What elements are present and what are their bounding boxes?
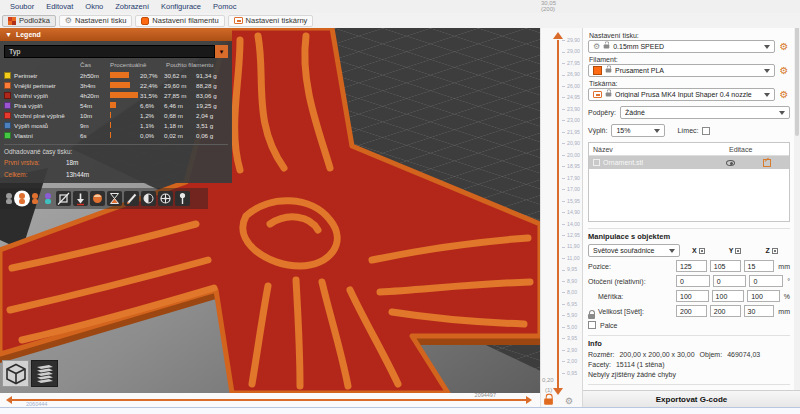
rotation-z-input[interactable]: 0 bbox=[749, 275, 783, 287]
scale-x-input[interactable]: 100 bbox=[676, 290, 709, 302]
tool-marker-gray-icon[interactable] bbox=[6, 193, 12, 204]
size-row: Velikost [Svět]: 200 200 30 mm bbox=[588, 305, 790, 317]
visibility-eye-icon[interactable] bbox=[726, 160, 735, 166]
legend-row[interactable]: Výplň mostů 9m 1,1% 1,18 m 3,51 g bbox=[4, 120, 228, 130]
size-label: Velikost [Svět]: bbox=[588, 308, 676, 315]
print-settings-select[interactable]: ⚙ 0.15mm SPEED bbox=[588, 40, 775, 53]
preset-lock-icon bbox=[606, 93, 612, 97]
position-z-input[interactable]: 15 bbox=[744, 260, 775, 272]
size-caption: Rozměr: bbox=[588, 351, 614, 358]
menu-item[interactable]: Pomoc bbox=[207, 2, 242, 11]
axis-reset-icon[interactable] bbox=[699, 248, 705, 254]
preset-lock-icon bbox=[606, 69, 612, 73]
editor-view-button[interactable] bbox=[2, 360, 29, 387]
legend-row[interactable]: Vnější perimetr 3h4m 22,4% 29,60 m 88,28… bbox=[4, 80, 228, 90]
tool-marker-active-icon[interactable] bbox=[14, 191, 30, 207]
preview-view-button[interactable] bbox=[31, 360, 58, 387]
preset-lock-icon bbox=[604, 45, 610, 49]
inches-checkbox[interactable] bbox=[588, 321, 596, 329]
printer-edit-gear[interactable]: ⚙ bbox=[778, 89, 790, 101]
dropdown-caret-icon bbox=[764, 69, 770, 73]
printer-select[interactable]: Original Prusa MK4 Input Shaper 0.4 nozz… bbox=[588, 88, 775, 101]
layer-slider[interactable]: 29,9029,0027,9526,9026,0024,9523,9023,00… bbox=[540, 14, 582, 407]
menu-item[interactable]: Zobrazení bbox=[109, 2, 155, 11]
shells-icon[interactable] bbox=[158, 191, 173, 206]
print-settings-edit-gear[interactable]: ⚙ bbox=[778, 41, 790, 53]
feature-meters: 0,68 m bbox=[164, 112, 196, 119]
legend-row[interactable]: Plná výplň 54m 6,6% 6,46 m 19,25 g bbox=[4, 100, 228, 110]
info-facets-row: Facety: 15114 (1 stěna) bbox=[588, 361, 790, 368]
legend-row[interactable]: Perimetr 2h50m 20,7% 30,62 m 91,34 g bbox=[4, 70, 228, 80]
menu-item[interactable]: Okno bbox=[79, 2, 109, 11]
axis-reset-icon[interactable] bbox=[735, 248, 741, 254]
scale-unit: % bbox=[784, 293, 790, 300]
tab-printer-settings[interactable]: Nastavení tiskárny bbox=[228, 15, 314, 27]
tab-filament-settings[interactable]: Nastavení filamentu bbox=[135, 15, 224, 27]
object-list[interactable]: Název Editace Ornament.stl bbox=[588, 142, 790, 222]
supports-select[interactable]: Žádné bbox=[620, 106, 790, 119]
feature-percent: 6,6% bbox=[140, 102, 164, 109]
legend-title: Legend bbox=[16, 31, 41, 38]
feature-percent: 31,5% bbox=[140, 92, 164, 99]
move-slider-right-arrow-icon[interactable] bbox=[526, 396, 532, 404]
tool-marker-purple-icon[interactable] bbox=[45, 193, 51, 204]
legend-header[interactable]: ▼ Legend bbox=[0, 28, 232, 41]
feature-time: 10m bbox=[80, 112, 110, 119]
layer-tick-labels: 29,9029,0027,9526,9026,0024,9523,9023,00… bbox=[562, 38, 580, 376]
size-y-input[interactable]: 200 bbox=[710, 305, 741, 317]
legend-row[interactable]: Vlastní 6s 0,0% 0,02 m 0,06 g bbox=[4, 130, 228, 140]
rotation-y-input[interactable]: 0 bbox=[713, 275, 747, 287]
layer-slider-bottom-handle[interactable] bbox=[553, 388, 563, 395]
layer-slider-top-values: 30,05 (200) bbox=[541, 0, 556, 12]
coordinate-system-value: Světové souřadnice bbox=[593, 247, 666, 254]
brim-checkbox[interactable] bbox=[702, 127, 710, 135]
slider-gear-icon[interactable]: ⚙ bbox=[565, 396, 573, 406]
panel-scrollbar[interactable] bbox=[794, 14, 800, 407]
move-slider[interactable]: 2060444 2094497 bbox=[0, 393, 540, 407]
feature-time: 9m bbox=[80, 122, 110, 129]
coordinate-system-select[interactable]: Světové souřadnice bbox=[588, 244, 680, 257]
rotation-x-input[interactable]: 0 bbox=[676, 275, 710, 287]
filament-select[interactable]: Prusament PLA bbox=[588, 64, 775, 77]
feature-meters: 0,02 m bbox=[164, 132, 196, 139]
export-gcode-button[interactable]: Exportovat G-code bbox=[583, 390, 800, 407]
feature-color-chip bbox=[4, 132, 11, 139]
layer-tick: 24,95 bbox=[562, 95, 580, 100]
legend-row[interactable]: Vrchní plné výplně 10m 1,2% 0,68 m 2,04 … bbox=[4, 110, 228, 120]
object-row[interactable]: Ornament.stl bbox=[589, 156, 789, 169]
object-edit-icon[interactable] bbox=[763, 159, 771, 167]
move-slider-track[interactable] bbox=[12, 399, 526, 401]
legend-pin-icon[interactable] bbox=[175, 191, 190, 206]
position-x-input[interactable]: 125 bbox=[676, 260, 707, 272]
layer-slider-track[interactable] bbox=[557, 40, 559, 390]
size-z-input[interactable]: 30 bbox=[744, 305, 775, 317]
menu-item[interactable]: Konfigurace bbox=[155, 2, 207, 11]
info-size-row: Rozměr: 200,00 x 200,00 x 30,00 Objem: 4… bbox=[588, 351, 790, 358]
axis-reset-icon[interactable] bbox=[772, 248, 778, 254]
slider-lock-icon[interactable] bbox=[544, 398, 553, 404]
scale-z-input[interactable]: 100 bbox=[747, 290, 780, 302]
layer-tick: 23,00 bbox=[562, 118, 580, 123]
preset-gear-icon: ⚙ bbox=[593, 43, 600, 51]
seams-icon[interactable] bbox=[90, 191, 105, 206]
tool-marker-orange-icon[interactable] bbox=[32, 193, 38, 204]
menu-item[interactable]: Soubor bbox=[4, 2, 40, 11]
feature-bar bbox=[110, 82, 140, 88]
position-y-input[interactable]: 105 bbox=[710, 260, 741, 272]
layer-tick: 26,00 bbox=[562, 84, 580, 89]
retractions-icon[interactable] bbox=[73, 191, 88, 206]
custom-gcode-icon[interactable] bbox=[124, 191, 139, 206]
filament-edit-gear[interactable]: ⚙ bbox=[778, 65, 790, 77]
size-x-input[interactable]: 200 bbox=[676, 305, 707, 317]
gcode-preview-viewport[interactable]: OR bbox=[0, 28, 540, 393]
menu-item[interactable]: Editovat bbox=[40, 2, 79, 11]
legend-row[interactable]: Vnitřní výplň 4h20m 31,5% 27,85 m 83,06 … bbox=[4, 90, 228, 100]
infill-select[interactable]: 15% bbox=[611, 124, 665, 137]
tab-plater[interactable]: Podložka bbox=[2, 15, 56, 27]
travel-moves-icon[interactable] bbox=[56, 191, 71, 206]
color-changes-icon[interactable] bbox=[107, 191, 122, 206]
scale-y-input[interactable]: 100 bbox=[712, 290, 745, 302]
pause-prints-icon[interactable] bbox=[141, 191, 156, 206]
tab-print-settings[interactable]: ⚙ Nastavení tisku bbox=[59, 15, 132, 27]
legend-view-select[interactable]: Typ ▼ bbox=[4, 45, 228, 58]
